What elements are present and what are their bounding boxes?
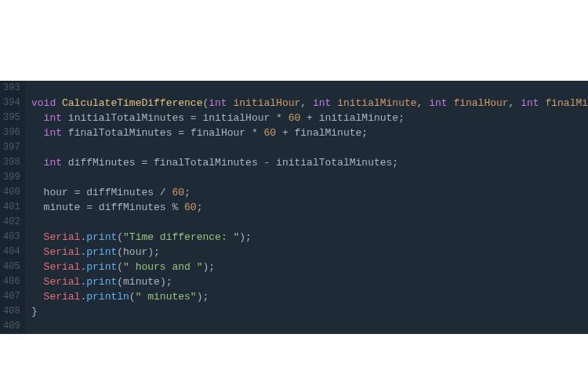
code-token: initialMinute <box>319 112 398 124</box>
code-token: ; <box>392 157 398 169</box>
code-token: finalHour <box>191 127 252 139</box>
code-token: ); <box>239 231 252 243</box>
code-token: - <box>264 157 277 169</box>
code-token: finalHour <box>453 97 508 109</box>
code-token: Serial <box>44 291 81 303</box>
code-token: print <box>86 261 117 273</box>
code-token: ( <box>129 291 136 303</box>
code-token <box>31 112 44 124</box>
code-token: = <box>178 127 191 139</box>
code-token: Serial <box>44 246 81 258</box>
code-token: ); <box>202 261 215 273</box>
code-token: % <box>172 201 184 213</box>
code-token: diffMinutes <box>99 201 172 213</box>
code-line[interactable]: int initialTotalMinutes = initialHour * … <box>31 111 588 125</box>
code-token: 60 <box>172 187 184 198</box>
code-token: ( <box>117 246 123 258</box>
code-token: int <box>44 112 68 124</box>
code-token: finalTotalMinutes <box>68 127 178 139</box>
code-token: ( <box>117 231 123 243</box>
code-token: int <box>209 97 233 109</box>
code-line[interactable]: } <box>31 304 588 319</box>
code-line[interactable] <box>31 81 588 96</box>
code-token: int <box>44 157 68 169</box>
line-number: 401 <box>3 200 19 215</box>
code-line[interactable]: minute = diffMinutes % 60; <box>31 200 588 215</box>
code-token: println <box>86 291 129 303</box>
line-number-gutter: 3933943953963973983994004014024034044054… <box>0 81 25 334</box>
line-number: 408 <box>3 304 19 319</box>
code-token: int <box>44 127 68 139</box>
code-line[interactable]: Serial.print(minute); <box>31 274 588 289</box>
code-line[interactable]: void CalculateTimeDifference(int initial… <box>31 96 588 111</box>
code-token: initialMinute <box>337 97 416 109</box>
line-number: 395 <box>3 111 19 125</box>
line-number: 403 <box>3 230 19 245</box>
code-token: , <box>417 97 430 109</box>
code-token: Serial <box>44 276 81 288</box>
code-token: Serial <box>44 231 81 243</box>
code-token: / <box>160 187 172 198</box>
code-line[interactable]: int diffMinutes = finalTotalMinutes - in… <box>31 155 588 170</box>
code-token: ); <box>147 246 160 258</box>
code-token: ( <box>117 261 123 273</box>
code-token: ; <box>361 127 368 139</box>
code-line[interactable]: hour = diffMinutes / 60; <box>31 185 588 200</box>
bottom-blank-area <box>0 334 588 392</box>
code-content[interactable]: void CalculateTimeDifference(int initial… <box>25 81 588 334</box>
code-token: 60 <box>289 112 307 124</box>
line-number: 397 <box>3 140 19 155</box>
code-token <box>31 187 44 198</box>
line-number: 400 <box>3 185 19 200</box>
code-token: " hours and " <box>123 261 202 273</box>
code-line[interactable] <box>31 170 588 185</box>
line-number: 406 <box>3 274 19 289</box>
code-token: print <box>86 246 117 258</box>
code-token: void <box>31 97 62 109</box>
code-token: ; <box>184 187 191 198</box>
code-editor[interactable]: 3933943953963973983994004014024034044054… <box>0 81 588 334</box>
code-line[interactable] <box>31 319 588 334</box>
top-blank-area <box>0 0 588 81</box>
code-token: diffMinutes <box>86 187 160 198</box>
code-line[interactable]: int finalTotalMinutes = finalHour * 60 +… <box>31 125 588 140</box>
line-number: 396 <box>3 125 19 140</box>
code-token: int <box>521 97 545 109</box>
code-token: = <box>141 157 154 169</box>
code-line[interactable]: Serial.print(hour); <box>31 245 588 260</box>
code-token: finalTotalMinutes <box>154 157 263 169</box>
code-line[interactable] <box>31 215 588 230</box>
code-token: } <box>31 306 38 318</box>
line-number: 399 <box>3 170 19 185</box>
code-line[interactable] <box>31 140 588 155</box>
code-token: finalMinute <box>295 127 362 139</box>
code-token: int <box>429 97 453 109</box>
code-token: ); <box>160 276 172 288</box>
code-token: int <box>313 97 337 109</box>
code-token: 60 <box>184 201 197 213</box>
code-token: = <box>191 112 203 124</box>
line-number: 404 <box>3 245 19 260</box>
code-token: * <box>252 127 264 139</box>
code-token: ); <box>197 291 209 303</box>
code-line[interactable]: Serial.print("Time difference: "); <box>31 230 588 245</box>
code-line[interactable]: Serial.println(" minutes"); <box>31 289 588 304</box>
code-token <box>31 276 44 288</box>
code-token: initialTotalMinutes <box>276 157 392 169</box>
code-token: initialHour <box>233 97 300 109</box>
code-token: initialHour <box>202 112 276 124</box>
code-token: ; <box>197 201 203 213</box>
code-token: + <box>307 112 319 124</box>
line-number: 394 <box>3 96 19 111</box>
code-token: hour <box>123 246 147 258</box>
code-token: , <box>509 97 521 109</box>
line-number: 402 <box>3 215 19 230</box>
line-number: 409 <box>3 319 19 334</box>
code-token: ( <box>117 276 123 288</box>
code-line[interactable]: Serial.print(" hours and "); <box>31 260 588 274</box>
code-token <box>31 157 44 169</box>
code-token: print <box>86 276 117 288</box>
code-token <box>31 246 44 258</box>
code-token: minute <box>44 201 87 213</box>
code-token: ; <box>398 112 405 124</box>
